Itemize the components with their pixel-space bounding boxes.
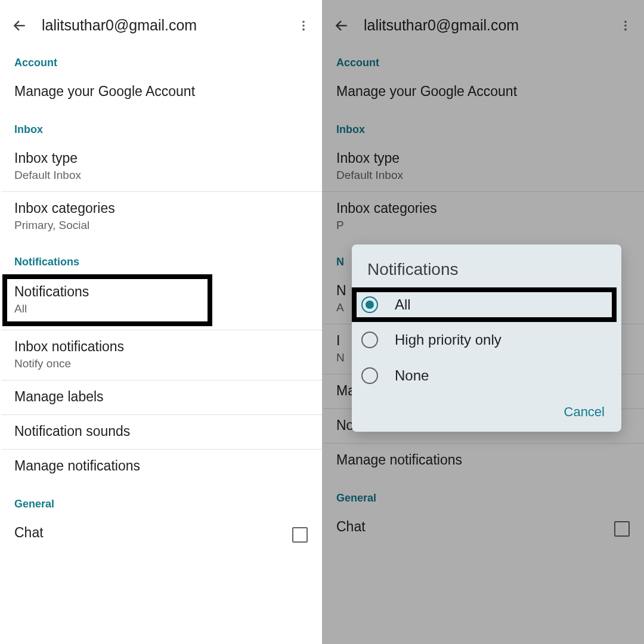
radio-unselected-icon	[361, 332, 378, 348]
dialog-title: Notifications	[352, 244, 621, 287]
item-title: Chat	[14, 525, 292, 541]
svg-point-6	[624, 24, 627, 27]
section-header-account: Account	[322, 46, 644, 75]
section-header-general: General	[0, 484, 322, 516]
back-arrow-icon[interactable]	[12, 18, 27, 33]
section-header-account: Account	[0, 46, 322, 75]
chat-setting[interactable]: Chat	[0, 516, 322, 543]
svg-point-2	[302, 24, 305, 27]
item-title: Inbox type	[14, 150, 308, 166]
settings-panel-right: lalitsuthar0@gmail.com Account Manage yo…	[322, 0, 644, 644]
item-title: Notification sounds	[14, 423, 308, 439]
cancel-button[interactable]: Cancel	[564, 404, 605, 420]
back-arrow-icon[interactable]	[334, 18, 349, 33]
settings-panel-left: lalitsuthar0@gmail.com Account Manage yo…	[0, 0, 322, 644]
inbox-notifications[interactable]: Inbox notifications Notify once	[0, 330, 322, 380]
item-subtitle: All	[14, 302, 200, 315]
inbox-type[interactable]: Inbox type Default Inbox	[0, 142, 322, 191]
chat-checkbox[interactable]	[292, 527, 308, 543]
notifications-setting-highlight[interactable]: Notifications All	[2, 274, 212, 326]
svg-point-1	[302, 20, 305, 23]
item-title: Manage your Google Account	[336, 83, 630, 100]
radio-label: All	[395, 296, 411, 313]
more-vert-icon[interactable]	[619, 19, 632, 32]
svg-point-7	[624, 28, 627, 30]
manage-notifications[interactable]: Manage notifications	[322, 444, 644, 478]
item-title: Manage notifications	[336, 452, 630, 468]
radio-unselected-icon	[361, 367, 378, 384]
topbar: lalitsuthar0@gmail.com	[0, 0, 322, 46]
radio-label: None	[395, 367, 429, 384]
more-vert-icon[interactable]	[297, 19, 310, 32]
chat-setting[interactable]: Chat	[322, 510, 644, 537]
item-title: Notifications	[14, 284, 200, 300]
chat-checkbox[interactable]	[614, 521, 630, 537]
notifications-dialog: Notifications All High priority only Non…	[352, 244, 621, 432]
dialog-actions: Cancel	[352, 394, 621, 425]
section-header-notifications: Notifications	[0, 242, 322, 274]
item-title: Inbox type	[336, 150, 630, 166]
radio-option-high-priority[interactable]: High priority only	[352, 322, 621, 358]
section-header-inbox: Inbox	[0, 109, 322, 142]
item-title: Inbox categories	[14, 200, 308, 216]
manage-notifications[interactable]: Manage notifications	[0, 450, 322, 484]
radio-option-all[interactable]: All	[352, 287, 617, 322]
item-title: Manage notifications	[14, 458, 308, 474]
item-subtitle: P	[336, 219, 630, 232]
item-subtitle: Notify once	[14, 357, 308, 370]
account-email: lalitsuthar0@gmail.com	[364, 17, 619, 34]
svg-point-5	[624, 20, 627, 23]
svg-point-3	[302, 28, 305, 30]
notification-sounds[interactable]: Notification sounds	[0, 415, 322, 449]
manage-labels[interactable]: Manage labels	[0, 380, 322, 414]
inbox-categories[interactable]: Inbox categories P	[322, 192, 644, 242]
account-email: lalitsuthar0@gmail.com	[42, 17, 297, 34]
item-title: Chat	[336, 519, 614, 535]
radio-label: High priority only	[395, 332, 501, 348]
manage-google-account[interactable]: Manage your Google Account	[322, 75, 644, 109]
item-subtitle: Default Inbox	[336, 169, 630, 182]
item-title: Manage your Google Account	[14, 83, 308, 100]
section-header-general: General	[322, 478, 644, 510]
topbar: lalitsuthar0@gmail.com	[322, 0, 644, 46]
section-header-inbox: Inbox	[322, 109, 644, 142]
item-subtitle: Default Inbox	[14, 169, 308, 182]
item-title: Inbox categories	[336, 200, 630, 216]
inbox-type[interactable]: Inbox type Default Inbox	[322, 142, 644, 191]
radio-option-none[interactable]: None	[352, 358, 621, 394]
item-title: Manage labels	[14, 389, 308, 405]
inbox-categories[interactable]: Inbox categories Primary, Social	[0, 192, 322, 242]
item-subtitle: Primary, Social	[14, 219, 308, 232]
item-title: Inbox notifications	[14, 339, 308, 355]
radio-selected-icon	[361, 296, 378, 313]
manage-google-account[interactable]: Manage your Google Account	[0, 75, 322, 109]
